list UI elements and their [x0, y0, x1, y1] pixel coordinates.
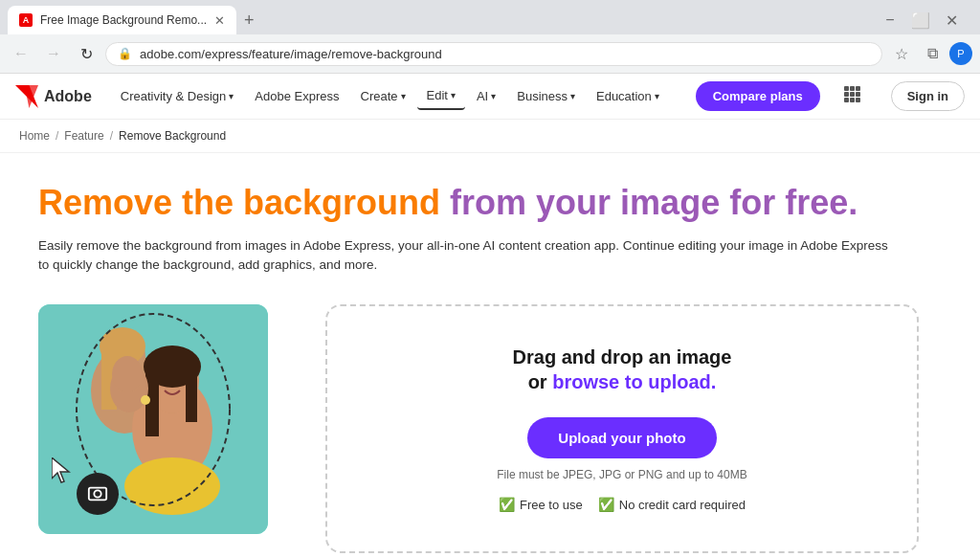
chevron-down-icon-business: ▾ — [570, 91, 575, 101]
breadcrumb-feature[interactable]: Feature — [64, 129, 103, 143]
breadcrumb: Home / Feature / Remove Background — [0, 120, 980, 153]
demo-image-container — [38, 304, 268, 534]
hero-subtitle: Easily remove the background from images… — [38, 236, 900, 276]
browse-link[interactable]: browse to upload. — [552, 371, 716, 392]
upload-card[interactable]: Drag and drop an image or browse to uplo… — [325, 304, 919, 553]
no-credit-card-label: No credit card required — [619, 498, 746, 512]
compare-plans-button[interactable]: Compare plans — [696, 81, 820, 111]
close-window-button[interactable]: ✕ — [938, 7, 965, 33]
svg-rect-2 — [844, 86, 849, 91]
free-to-use-badge: ✅ Free to use — [499, 497, 583, 512]
chevron-down-icon-edit: ▾ — [451, 90, 456, 100]
tab-title: Free Image Background Remo... — [40, 13, 207, 27]
browser-icon-group: ☆ ⧉ P — [888, 40, 972, 67]
svg-rect-5 — [844, 92, 849, 97]
breadcrumb-separator: / — [56, 129, 58, 143]
chevron-down-icon: ▾ — [229, 91, 234, 101]
nav-adobe-express[interactable]: Adobe Express — [245, 83, 348, 109]
free-to-use-label: Free to use — [520, 498, 583, 512]
main-content: Remove the background from your image fo… — [0, 153, 957, 557]
minimize-button[interactable]: − — [877, 7, 903, 33]
nav-create[interactable]: Create ▾ — [351, 83, 415, 109]
sign-in-button[interactable]: Sign in — [891, 81, 965, 111]
breadcrumb-home[interactable]: Home — [19, 129, 50, 143]
adobe-logo[interactable]: Adobe — [15, 85, 92, 108]
upload-title: Drag and drop an image or browse to uplo… — [513, 345, 732, 394]
apps-grid-button[interactable] — [839, 81, 864, 111]
tab-favicon: A — [19, 13, 33, 27]
browser-chrome: A Free Image Background Remo... ✕ + − ⬜ … — [0, 0, 980, 74]
hero-title-orange: Remove the background — [38, 183, 450, 222]
svg-point-23 — [112, 356, 143, 392]
nav-creativity[interactable]: Creativity & Design ▾ — [111, 83, 244, 109]
lock-icon: 🔒 — [118, 47, 132, 60]
no-credit-card-badge: ✅ No credit card required — [598, 497, 746, 512]
close-tab-icon[interactable]: ✕ — [214, 13, 225, 28]
free-to-use-check-icon: ✅ — [499, 497, 515, 512]
cursor-icon — [52, 457, 80, 486]
svg-rect-6 — [850, 92, 855, 97]
hero-title: Remove the background from your image fo… — [38, 182, 919, 223]
hero-title-purple: from your image for free. — [450, 183, 858, 222]
chevron-down-icon-ai: ▾ — [491, 91, 496, 101]
address-bar[interactable]: 🔒 adobe.com/express/feature/image/remove… — [105, 42, 882, 66]
svg-rect-3 — [850, 86, 855, 91]
bookmark-button[interactable]: ☆ — [888, 40, 915, 67]
new-tab-button[interactable]: + — [236, 7, 262, 34]
nav-education[interactable]: Education ▾ — [587, 83, 669, 109]
apps-grid-icon — [843, 85, 860, 102]
demo-image-svg — [38, 304, 268, 534]
file-requirements: File must be JPEG, JPG or PNG and up to … — [497, 468, 746, 481]
svg-point-24 — [141, 395, 150, 405]
svg-rect-7 — [856, 92, 860, 97]
svg-point-28 — [94, 490, 100, 497]
adobe-logo-icon — [15, 85, 38, 108]
svg-rect-10 — [856, 98, 860, 102]
active-tab[interactable]: A Free Image Background Remo... ✕ — [8, 6, 236, 34]
upload-photo-button[interactable]: Upload your photo — [527, 417, 716, 458]
svg-rect-8 — [844, 98, 849, 102]
adobe-navbar: Adobe Creativity & Design ▾ Adobe Expres… — [0, 74, 980, 120]
profile-avatar[interactable]: P — [949, 42, 972, 65]
tab-bar: A Free Image Background Remo... ✕ + − ⬜ … — [0, 0, 980, 34]
chevron-down-icon-education: ▾ — [655, 91, 659, 101]
chevron-down-icon-create: ▾ — [401, 91, 406, 101]
feature-badges: ✅ Free to use ✅ No credit card required — [499, 497, 746, 512]
svg-rect-9 — [850, 98, 855, 102]
url-text: adobe.com/express/feature/image/remove-b… — [140, 47, 870, 61]
cards-section: Drag and drop an image or browse to uplo… — [38, 304, 919, 553]
svg-rect-4 — [856, 86, 860, 91]
refresh-button[interactable]: ↻ — [73, 40, 100, 67]
nav-ai[interactable]: AI ▾ — [467, 83, 505, 109]
breadcrumb-separator-2: / — [110, 129, 113, 143]
svg-rect-20 — [186, 369, 197, 422]
forward-button[interactable]: → — [40, 40, 67, 67]
demo-card — [38, 304, 287, 534]
svg-point-21 — [124, 457, 220, 515]
upload-or-text: or — [528, 371, 547, 392]
extensions-button[interactable]: ⧉ — [919, 40, 946, 67]
nav-edit[interactable]: Edit ▾ — [417, 82, 465, 110]
adobe-logo-text: Adobe — [44, 88, 92, 105]
nav-items: Creativity & Design ▾ Adobe Express Crea… — [111, 82, 677, 110]
photo-icon — [87, 483, 108, 504]
maximize-button[interactable]: ⬜ — [907, 7, 934, 33]
photo-icon-circle — [77, 473, 119, 515]
browser-controls: ← → ↻ 🔒 adobe.com/express/feature/image/… — [0, 34, 980, 73]
svg-marker-26 — [52, 457, 69, 482]
breadcrumb-current: Remove Background — [119, 129, 226, 143]
back-button[interactable]: ← — [8, 40, 34, 67]
no-credit-card-check-icon: ✅ — [598, 497, 614, 512]
nav-business[interactable]: Business ▾ — [507, 83, 585, 109]
